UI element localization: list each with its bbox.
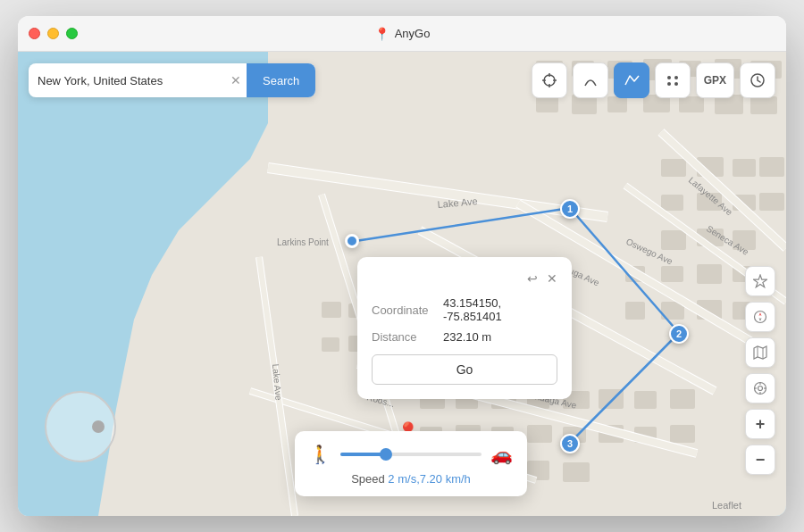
svg-rect-17	[759, 157, 784, 177]
right-tools: + −	[745, 266, 775, 475]
titlebar: 📍 AnyGo	[18, 16, 786, 52]
walk-icon: 🚶	[309, 444, 331, 465]
minimize-button[interactable]	[47, 28, 59, 39]
svg-rect-58	[322, 337, 339, 352]
search-button[interactable]: Search	[247, 63, 315, 97]
svg-rect-48	[670, 425, 695, 443]
toolbar-right: GPX	[532, 62, 775, 98]
search-input[interactable]	[29, 74, 225, 87]
route-point-3[interactable]: 3	[560, 434, 580, 453]
app-window: 📍 AnyGo	[18, 16, 786, 516]
svg-rect-29	[625, 302, 645, 320]
pin-icon: 📍	[374, 27, 389, 41]
gpx-tool[interactable]: GPX	[696, 62, 734, 98]
clear-icon[interactable]: ✕	[225, 73, 247, 87]
speed-bar: 🚶 🚗 Speed 2 m/s,7.20 km/h	[295, 431, 527, 496]
svg-text:Larkins Point: Larkins Point	[277, 237, 329, 247]
zoom-out-button[interactable]: −	[745, 445, 775, 475]
traffic-lights	[29, 28, 78, 39]
svg-point-95	[667, 76, 671, 79]
svg-rect-39	[634, 391, 657, 409]
undo-icon[interactable]: ↩	[527, 271, 538, 286]
distance-label: Distance	[372, 330, 443, 344]
svg-rect-22	[661, 230, 686, 250]
joystick[interactable]	[45, 391, 116, 462]
map-container[interactable]: Lake Ave Lafayette Ave Cayuga Ave Oswego…	[18, 52, 786, 516]
zoom-in-button[interactable]: +	[745, 409, 775, 439]
app-title: 📍 AnyGo	[374, 27, 431, 41]
speed-slider-fill	[340, 453, 382, 456]
gpx-label: GPX	[704, 74, 726, 87]
compass-button[interactable]	[745, 302, 775, 332]
svg-rect-54	[322, 302, 341, 318]
joystick-dot	[92, 420, 105, 433]
svg-rect-18	[661, 195, 683, 211]
close-button[interactable]	[29, 28, 40, 39]
current-location	[345, 234, 359, 248]
svg-rect-21	[759, 193, 784, 211]
svg-rect-16	[733, 159, 756, 177]
info-popup: ↩ ✕ Coordinate 43.154150, -75.851401 Dis…	[357, 257, 572, 399]
speed-text: Speed 2 m/s,7.20 km/h	[309, 472, 513, 486]
svg-rect-26	[697, 264, 722, 284]
dots-tool[interactable]	[655, 62, 691, 98]
route-point-1[interactable]: 1	[560, 199, 580, 219]
star-button[interactable]	[745, 266, 775, 296]
svg-point-98	[674, 82, 678, 86]
svg-rect-40	[670, 389, 695, 409]
route-tool[interactable]	[573, 62, 608, 98]
svg-rect-53	[563, 462, 590, 482]
history-tool[interactable]	[740, 62, 775, 98]
speed-label: Speed	[351, 472, 385, 486]
speed-slider-thumb	[380, 448, 392, 461]
popup-header: ↩ ✕	[372, 271, 557, 286]
svg-point-96	[674, 76, 678, 79]
svg-rect-9	[607, 96, 627, 112]
svg-rect-7	[536, 96, 558, 112]
car-icon: 🚗	[490, 444, 513, 465]
title-text: AnyGo	[395, 27, 431, 40]
svg-rect-44	[527, 425, 552, 443]
coordinate-row: Coordinate 43.154150, -75.851401	[372, 296, 557, 323]
speed-icons: 🚶 🚗	[309, 444, 513, 465]
coordinate-value: 43.154150, -75.851401	[443, 296, 557, 323]
svg-rect-25	[661, 266, 683, 282]
distance-value: 232.10 m	[443, 330, 491, 344]
speed-value: 2 m/s,7.20 km/h	[388, 472, 470, 486]
svg-rect-13	[750, 96, 777, 114]
svg-point-97	[667, 82, 671, 86]
close-popup-icon[interactable]: ✕	[547, 271, 557, 286]
multi-route-tool[interactable]	[614, 62, 649, 98]
svg-point-104	[758, 387, 763, 391]
maximize-button[interactable]	[66, 28, 78, 39]
svg-rect-11	[679, 96, 704, 112]
distance-row: Distance 232.10 m	[372, 330, 557, 344]
search-bar[interactable]: ✕ Search	[29, 63, 315, 97]
leaflet-label: Leaflet	[712, 500, 741, 511]
speed-slider-track[interactable]	[340, 453, 482, 456]
map-button[interactable]	[745, 337, 775, 368]
route-point-2[interactable]: 2	[669, 324, 689, 344]
coordinate-label: Coordinate	[372, 303, 443, 317]
svg-rect-14	[661, 159, 686, 177]
locate-button[interactable]	[745, 373, 775, 403]
go-button[interactable]: Go	[372, 354, 557, 385]
crosshair-tool[interactable]	[532, 62, 567, 98]
toolbar: ✕ Search	[29, 62, 775, 98]
